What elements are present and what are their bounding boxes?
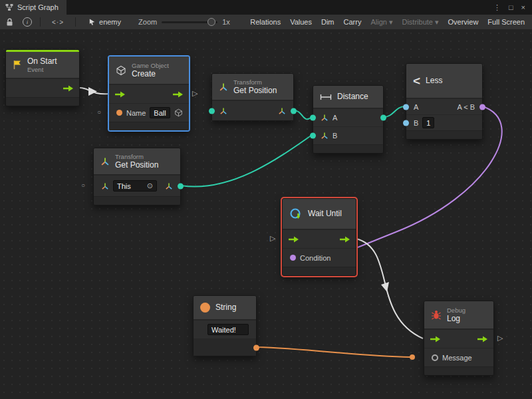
node-get-position-left[interactable]: Transform Get Position This ⊙	[93, 148, 181, 205]
transform-axis-icon	[321, 132, 329, 140]
node-header: < Less	[406, 64, 482, 98]
node-footer	[109, 122, 189, 130]
input-b-row: B	[313, 126, 383, 144]
flow-row	[424, 329, 493, 348]
node-get-position-top[interactable]: Transform Get Position	[211, 73, 294, 121]
port-label: B	[332, 132, 337, 140]
carry-button[interactable]: Carry	[339, 16, 366, 28]
zoom-slider-handle[interactable]	[207, 18, 215, 26]
close-icon[interactable]: ×	[521, 3, 525, 11]
node-header: On Start Event	[6, 52, 79, 78]
align-button[interactable]: Align ▾	[366, 16, 397, 29]
transform-axis-icon	[219, 82, 228, 92]
b-value-field[interactable]: 1	[422, 117, 434, 128]
comparison-output-label: A < B	[457, 103, 475, 111]
flow-out-port[interactable]	[172, 90, 184, 98]
target-field[interactable]: This ⊙	[113, 180, 157, 192]
position-output-port[interactable]	[291, 108, 297, 114]
node-title: Distance	[337, 92, 368, 101]
relations-button[interactable]: Relations	[245, 16, 285, 28]
node-header: Game Object Create	[109, 57, 189, 84]
node-title: Get Position	[115, 160, 158, 170]
message-input-port[interactable]	[432, 354, 438, 361]
code-icon[interactable]: <·>	[45, 19, 70, 26]
name-field[interactable]: Ball	[150, 107, 170, 118]
info-icon[interactable]: i	[19, 15, 35, 29]
condition-input-port[interactable]	[290, 255, 296, 261]
flow-out-port[interactable]	[63, 84, 74, 92]
maximize-icon[interactable]: □	[509, 3, 513, 11]
wire-flow-waituntil-log[interactable]	[356, 239, 423, 338]
transform-input-port[interactable]	[209, 108, 215, 114]
node-header: String	[194, 296, 256, 320]
b-value: 1	[426, 119, 430, 127]
node-less[interactable]: < Less A A < B B 1	[406, 63, 483, 140]
node-footer	[283, 267, 356, 275]
string-icon	[200, 303, 210, 313]
transform-axis-icon	[100, 157, 110, 166]
graph-canvas[interactable]: On Start Event Game Object Create	[0, 29, 532, 399]
tab-script-graph[interactable]: Script Graph	[0, 0, 66, 15]
node-distance[interactable]: Distance A B	[313, 85, 384, 154]
flow-in-port[interactable]	[288, 235, 299, 243]
string-value-field[interactable]: Waited!	[207, 324, 249, 335]
bug-icon	[431, 310, 442, 320]
flow-row	[283, 229, 356, 248]
comparison-output-port[interactable]	[479, 104, 485, 110]
node-on-start[interactable]: On Start Event	[5, 49, 80, 106]
position-output-port[interactable]	[178, 183, 184, 189]
machine-icon	[88, 18, 96, 26]
wire-flow-onstart-create[interactable]	[80, 88, 109, 94]
input-a-row: A	[313, 108, 383, 126]
input-b-row: B 1	[406, 114, 482, 130]
node-create[interactable]: Game Object Create Name Ball	[108, 56, 190, 131]
wire-getposition-distance-b[interactable]	[181, 135, 312, 187]
node-wait-until[interactable]: Wait Until Condition	[282, 198, 356, 276]
object-picker-icon[interactable]: ⊙	[147, 182, 153, 190]
zoom-slider[interactable]	[162, 21, 217, 23]
distribute-button[interactable]: Distribute ▾	[397, 16, 443, 29]
pane-menu-icon[interactable]: ⋮	[493, 3, 501, 12]
node-subtitle: Event	[27, 66, 57, 73]
flow-row	[6, 78, 79, 97]
graph-owner[interactable]: enemy	[88, 18, 121, 26]
toolbar-buttons: Relations Values Dim Carry Align ▾ Distr…	[245, 16, 529, 29]
node-debug-log[interactable]: Debug Log Message	[424, 301, 494, 376]
script-graph-window: Script Graph ⋮ □ × i <·> enemy Zoom	[0, 0, 532, 399]
wire-getposition-distance-a[interactable]	[294, 110, 312, 119]
ports-row	[212, 100, 293, 120]
port-label: Condition	[300, 254, 331, 262]
distance-icon	[320, 94, 332, 100]
node-header: Debug Log	[424, 301, 493, 329]
flow-in-port[interactable]	[430, 335, 441, 342]
wire-distance-less[interactable]	[384, 106, 405, 117]
gameobject-output-port[interactable]	[174, 108, 183, 117]
wire-string-log-message[interactable]	[257, 347, 410, 357]
a-input-port[interactable]	[403, 104, 409, 110]
values-button[interactable]: Values	[285, 16, 317, 28]
flow-out-port[interactable]	[339, 235, 350, 243]
dim-button[interactable]: Dim	[317, 16, 339, 28]
node-string[interactable]: String Waited!	[193, 295, 257, 356]
node-category: Game Object	[132, 62, 169, 69]
flow-out-port[interactable]	[477, 335, 488, 342]
b-input-port[interactable]	[403, 120, 409, 126]
flow-in-port[interactable]	[114, 90, 126, 98]
distance-output-port[interactable]	[380, 115, 386, 121]
name-input-port[interactable]	[116, 110, 122, 116]
fullscreen-button[interactable]: Full Screen	[483, 16, 529, 28]
lock-icon[interactable]	[3, 15, 17, 29]
node-header: Transform Get Position	[94, 148, 180, 175]
string-output-port[interactable]	[253, 344, 259, 350]
name-value: Ball	[154, 109, 166, 117]
flow-continue-icon: ▷	[270, 235, 275, 242]
name-input-row: Name Ball	[109, 103, 189, 122]
overview-button[interactable]: Overview	[444, 16, 483, 28]
port-label: A	[414, 103, 418, 111]
node-category: Transform	[233, 78, 277, 86]
vector-a-input-port[interactable]	[310, 115, 316, 121]
tab-title: Script Graph	[17, 3, 59, 11]
vector-b-input-port[interactable]	[310, 133, 316, 139]
port-label: Name	[126, 109, 146, 117]
graph-owner-name: enemy	[99, 18, 121, 26]
